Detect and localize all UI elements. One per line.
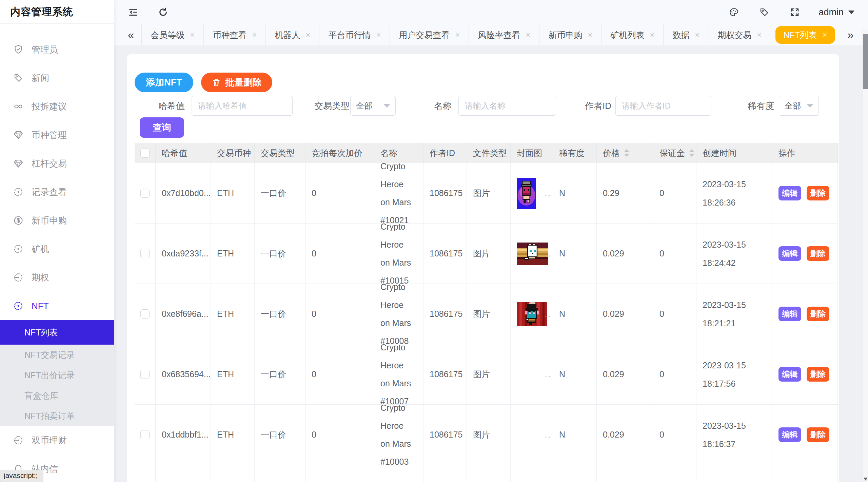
hash-cell (156, 465, 211, 482)
sidebar-item-记录查看[interactable]: 记录查看 (0, 178, 114, 206)
sidebar-item-杠杆交易[interactable]: 杠杆交易 (0, 149, 114, 178)
rarity-select[interactable]: 全部 (779, 96, 819, 116)
delete-button[interactable]: 删除 (807, 186, 829, 200)
select-all-checkbox[interactable] (140, 149, 150, 158)
trade-type-select[interactable]: 全部 (350, 96, 396, 116)
gauge-icon (13, 300, 24, 312)
tab-会员等级[interactable]: 会员等级× (141, 24, 203, 45)
edit-button[interactable]: 编辑 (778, 427, 801, 442)
sidebar-subitem-NFT列表[interactable]: NFT列表 (0, 320, 114, 345)
tab-close-icon[interactable]: × (822, 30, 827, 40)
scrollbar-down-arrow-icon[interactable] (864, 478, 868, 481)
actions-cell (772, 465, 838, 482)
row-checkbox[interactable] (140, 430, 150, 439)
refresh-icon[interactable] (156, 5, 170, 19)
tab-close-icon[interactable]: × (588, 30, 592, 40)
author-id-cell: 1086175 (423, 344, 467, 404)
shield-check-icon (13, 44, 24, 55)
sort-caret-icon[interactable] (624, 149, 629, 157)
trade-type-label: 交易类型 (314, 96, 350, 116)
admin-menu[interactable]: admin (818, 7, 854, 18)
table-row: 0x7d10bd0...ETH一口价0Crypto Heroeon Mars#1… (135, 163, 839, 224)
sidebar-subitem-NFT出价记录[interactable]: NFT出价记录 (0, 365, 114, 385)
sidebar-item-双币理财[interactable]: 双币理财 (0, 426, 114, 455)
row-checkbox[interactable] (140, 309, 150, 319)
name-input[interactable] (458, 96, 556, 116)
fullscreen-icon[interactable] (788, 5, 802, 19)
tab-期权交易[interactable]: 期权交易× (709, 24, 771, 45)
file-type-cell: 图片 (467, 405, 511, 465)
tab-数据[interactable]: 数据× (663, 24, 708, 45)
column-header-价格: 价格 (597, 143, 653, 163)
row-checkbox[interactable] (140, 249, 150, 258)
chevrons-right-icon[interactable]: » (840, 28, 861, 41)
tab-close-icon[interactable]: × (695, 30, 699, 40)
tab-平台币行情[interactable]: 平台币行情× (319, 24, 390, 45)
tab-币种查看[interactable]: 币种查看× (203, 24, 265, 45)
tabbar: « 会员等级×币种查看×机器人×平台币行情×用户交易查看×风险率查看×新币申购×… (114, 24, 868, 45)
row-checkbox[interactable] (140, 189, 150, 198)
tab-close-icon[interactable]: × (190, 30, 195, 40)
author-id-cell: 1086175 (423, 163, 467, 223)
sidebar-subitem-NFT交易记录[interactable]: NFT交易记录 (0, 345, 114, 365)
deposit-cell: 0 (653, 163, 696, 223)
vertical-scrollbar[interactable] (863, 29, 868, 482)
tab-close-icon[interactable]: × (526, 30, 530, 40)
tab-NFT列表[interactable]: NFT列表× (775, 26, 835, 44)
created-time: 2023-03-1518:16:37 (703, 417, 746, 453)
column-header-保证金: 保证金 (653, 143, 696, 163)
sidebar-item-币种管理[interactable]: 币种管理 (0, 121, 114, 149)
edit-button[interactable]: 编辑 (778, 307, 801, 321)
edit-button[interactable]: 编辑 (778, 186, 801, 200)
delete-button[interactable]: 删除 (807, 427, 829, 442)
coin-cell (211, 465, 255, 482)
tab-新币申购[interactable]: 新币申购× (539, 24, 601, 45)
main-content: 添加NFT 批量删除 哈希值 交易类型 全部 名称 作者ID 稀有度 全部 查询 (114, 45, 868, 482)
collapse-sidebar-icon[interactable] (126, 5, 140, 19)
hash-input[interactable] (192, 96, 293, 116)
tab-close-icon[interactable]: × (650, 30, 654, 40)
sort-caret-icon[interactable] (689, 149, 694, 157)
sidebar-item-投拆建议[interactable]: 投拆建议 (0, 92, 114, 121)
query-button[interactable]: 查询 (140, 117, 184, 138)
sidebar-item-管理员[interactable]: 管理员 (0, 35, 114, 64)
delete-button[interactable]: 删除 (807, 367, 829, 382)
column-header-label: 封面图 (517, 148, 542, 159)
tab-close-icon[interactable]: × (455, 30, 460, 40)
tab-close-icon[interactable]: × (252, 30, 257, 40)
bulk-delete-button[interactable]: 批量删除 (201, 73, 272, 92)
tab-close-icon[interactable]: × (376, 30, 381, 40)
created-time-cell: 2023-03-1518:16:37 (696, 405, 772, 465)
tab-机器人[interactable]: 机器人× (265, 24, 319, 45)
sidebar-item-NFT[interactable]: NFT (0, 292, 114, 320)
sidebar-subitem-盲盒仓库[interactable]: 盲盒仓库 (0, 385, 114, 406)
delete-button[interactable]: 删除 (807, 307, 829, 321)
tab-风险率查看[interactable]: 风险率查看× (469, 24, 539, 45)
sidebar-item-新币申购[interactable]: 新币申购 (0, 206, 114, 235)
tab-矿机列表[interactable]: 矿机列表× (601, 24, 663, 45)
edit-button[interactable]: 编辑 (778, 246, 801, 261)
tab-close-icon[interactable]: × (757, 30, 762, 40)
name-cell: Crypto Heroe (374, 465, 423, 482)
sidebar-subitem-NFT拍卖订单[interactable]: NFT拍卖订单 (0, 406, 114, 426)
trash-icon (212, 78, 221, 87)
palette-icon[interactable] (727, 5, 741, 19)
chevrons-left-icon[interactable]: « (120, 28, 141, 41)
tab-close-icon[interactable]: × (305, 30, 310, 40)
edit-button[interactable]: 编辑 (778, 367, 801, 382)
add-nft-button[interactable]: 添加NFT (135, 73, 193, 92)
tag-icon[interactable] (757, 5, 771, 19)
sidebar-item-label: 币种管理 (32, 129, 67, 141)
delete-button[interactable]: 删除 (807, 246, 829, 261)
sidebar-item-矿机[interactable]: 矿机 (0, 235, 114, 263)
tab-用户交易查看[interactable]: 用户交易查看× (390, 24, 469, 45)
column-header-label: 保证金 (659, 148, 685, 159)
sidebar-item-期权[interactable]: 期权 (0, 263, 114, 292)
gem-icon (13, 129, 24, 141)
name-cell: Crypto Heroeon Mars#10007 (374, 344, 423, 404)
scrollbar-thumb[interactable] (863, 34, 868, 89)
author-id-input[interactable] (615, 96, 711, 116)
sidebar-item-新闻[interactable]: 新闻 (0, 64, 114, 92)
nft-cover-skull-sunset (517, 243, 548, 265)
row-checkbox[interactable] (140, 370, 150, 379)
